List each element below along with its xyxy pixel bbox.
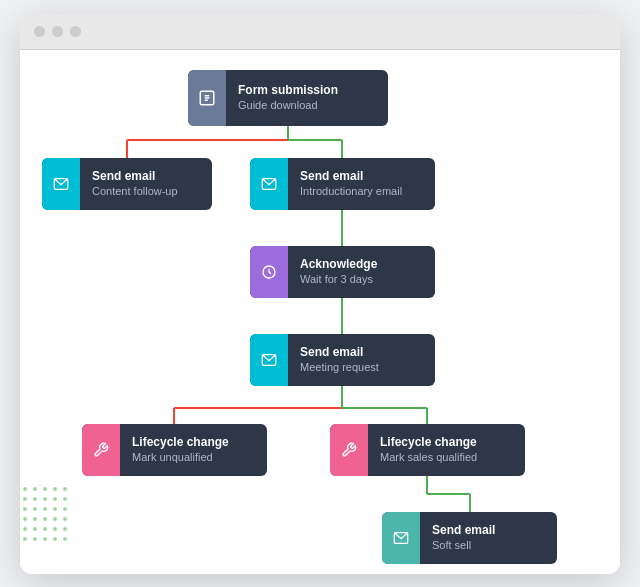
svg-point-52 (33, 537, 37, 541)
dot-yellow (52, 26, 63, 37)
lifecycle-unq-icon (82, 424, 120, 476)
email-intro-icon (250, 158, 288, 210)
lifecycle-unq-title: Lifecycle change (132, 435, 255, 451)
node-email-intro[interactable]: Send email Introductionary email (250, 158, 435, 210)
acknowledge-title: Acknowledge (300, 257, 423, 273)
svg-point-30 (63, 487, 67, 491)
dot-green (70, 26, 81, 37)
svg-point-29 (53, 487, 57, 491)
meeting-text: Send email Meeting request (288, 337, 435, 383)
acknowledge-icon (250, 246, 288, 298)
meeting-icon (250, 334, 288, 386)
form-title: Form submission (238, 83, 376, 99)
svg-point-44 (53, 517, 57, 521)
node-acknowledge[interactable]: Acknowledge Wait for 3 days (250, 246, 435, 298)
svg-point-33 (43, 497, 47, 501)
node-soft-sell[interactable]: Send email Soft sell (382, 512, 557, 564)
node-meeting[interactable]: Send email Meeting request (250, 334, 435, 386)
svg-point-31 (23, 497, 27, 501)
form-icon (188, 70, 226, 126)
email-intro-text: Send email Introductionary email (288, 161, 435, 207)
form-text: Form submission Guide download (226, 75, 388, 121)
email-left-subtitle: Content follow-up (92, 184, 200, 198)
svg-point-54 (53, 537, 57, 541)
lifecycle-sales-text: Lifecycle change Mark sales qualified (368, 427, 525, 473)
email-left-title: Send email (92, 169, 200, 185)
soft-sell-text: Send email Soft sell (420, 515, 557, 561)
email-left-icon (42, 158, 80, 210)
node-email-left[interactable]: Send email Content follow-up (42, 158, 212, 210)
lifecycle-unq-subtitle: Mark unqualified (132, 450, 255, 464)
svg-point-28 (43, 487, 47, 491)
svg-point-38 (43, 507, 47, 511)
svg-point-32 (33, 497, 37, 501)
svg-point-49 (53, 527, 57, 531)
svg-point-48 (43, 527, 47, 531)
node-lifecycle-unqualified[interactable]: Lifecycle change Mark unqualified (82, 424, 267, 476)
meeting-subtitle: Meeting request (300, 360, 423, 374)
acknowledge-text: Acknowledge Wait for 3 days (288, 249, 435, 295)
email-left-text: Send email Content follow-up (80, 161, 212, 207)
svg-point-42 (33, 517, 37, 521)
soft-sell-subtitle: Soft sell (432, 538, 545, 552)
svg-point-35 (63, 497, 67, 501)
svg-point-47 (33, 527, 37, 531)
soft-sell-icon (382, 512, 420, 564)
svg-point-34 (53, 497, 57, 501)
svg-point-39 (53, 507, 57, 511)
form-subtitle: Guide download (238, 98, 376, 112)
soft-sell-title: Send email (432, 523, 545, 539)
browser-bar (20, 14, 620, 50)
lifecycle-sales-icon (330, 424, 368, 476)
svg-point-36 (23, 507, 27, 511)
dot-red (34, 26, 45, 37)
connector-lines (20, 50, 620, 574)
svg-point-37 (33, 507, 37, 511)
email-intro-subtitle: Introductionary email (300, 184, 423, 198)
node-form-submission[interactable]: Form submission Guide download (188, 70, 388, 126)
svg-point-41 (23, 517, 27, 521)
browser-window: Form submission Guide download Send emai… (20, 14, 620, 574)
workflow-canvas: Form submission Guide download Send emai… (20, 50, 620, 574)
lifecycle-sales-title: Lifecycle change (380, 435, 513, 451)
svg-point-51 (23, 537, 27, 541)
meeting-title: Send email (300, 345, 423, 361)
svg-point-45 (63, 517, 67, 521)
dot-grid-decoration (20, 484, 100, 564)
svg-point-50 (63, 527, 67, 531)
svg-point-40 (63, 507, 67, 511)
node-lifecycle-sales[interactable]: Lifecycle change Mark sales qualified (330, 424, 525, 476)
svg-point-46 (23, 527, 27, 531)
svg-point-55 (63, 537, 67, 541)
email-intro-title: Send email (300, 169, 423, 185)
lifecycle-sales-subtitle: Mark sales qualified (380, 450, 513, 464)
lifecycle-unq-text: Lifecycle change Mark unqualified (120, 427, 267, 473)
acknowledge-subtitle: Wait for 3 days (300, 272, 423, 286)
svg-point-27 (33, 487, 37, 491)
svg-point-43 (43, 517, 47, 521)
svg-point-26 (23, 487, 27, 491)
svg-point-53 (43, 537, 47, 541)
